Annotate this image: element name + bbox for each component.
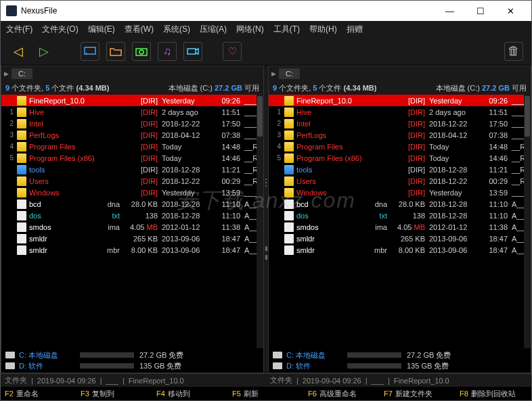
file-row[interactable]: 1 Hive [DIR] 2 days ago 11:51 ___ [1, 106, 263, 118]
menu-help[interactable]: 帮助(H) [309, 24, 337, 35]
path-tab[interactable]: C: [279, 68, 300, 79]
drives-panel: C: 本地磁盘 27.2 GB 免费 D: 软件 135 GB 免费 [269, 348, 531, 373]
file-row[interactable]: 3 PerfLogs [DIR] 2018-04-12 07:38 ___ [1, 129, 263, 141]
fkey-f8[interactable]: F8删除到回收站 [456, 389, 531, 399]
file-row[interactable]: Windows [DIR] Yesterday 13:59 ___ [1, 187, 263, 198]
file-row[interactable]: 3 PerfLogs [DIR] 2018-04-12 07:38 ___ [269, 129, 531, 141]
folder-icon[interactable] [106, 42, 125, 61]
close-button[interactable]: ✕ [495, 1, 526, 21]
file-row[interactable]: 1 Hive [DIR] 2 days ago 11:51 ___ [269, 106, 531, 118]
path-tab[interactable]: C: [12, 68, 32, 79]
path-dropdown-icon[interactable]: ▶ [271, 70, 276, 77]
file-row[interactable]: smdos ima 4.05 MB 2012-01-12 11:38 A___ [1, 221, 263, 233]
path-dropdown-icon[interactable]: ▶ [4, 70, 9, 77]
file-date: 2012-01-12 [162, 223, 213, 231]
menu-view[interactable]: 查看(W) [125, 24, 154, 35]
file-list[interactable]: FineReport_10.0 [DIR] Yesterday 09:26 __… [1, 95, 263, 348]
fkey-f3[interactable]: F3复制到 [76, 389, 152, 399]
file-row[interactable]: 4 Program Files [DIR] Today 14:48 __R_ [1, 141, 263, 152]
maximize-button[interactable]: ☐ [465, 1, 495, 21]
menu-system[interactable]: 系统(S) [163, 24, 190, 35]
fkey-f2[interactable]: F2重命名 [1, 389, 76, 399]
drive-free: 27.2 GB 免费 [407, 350, 451, 360]
desktop-icon[interactable] [81, 42, 99, 61]
file-date: Today [429, 154, 481, 162]
video-icon[interactable] [183, 42, 202, 61]
menu-edit[interactable]: 编辑(E) [88, 24, 115, 35]
file-row[interactable]: Users [DIR] 2018-12-22 00:29 __R_ [1, 175, 263, 187]
file-name: Program Files [296, 143, 371, 151]
file-row[interactable]: Users [DIR] 2018-12-22 00:29 __R_ [269, 175, 531, 187]
file-row[interactable]: bcd dna 28.0 KB 2018-12-28 11:10 A___ [269, 198, 531, 210]
fkey-f4[interactable]: F4移动到 [152, 389, 228, 399]
scrollbar[interactable] [257, 95, 263, 348]
fkey-f7[interactable]: F7新建文件夹 [380, 389, 456, 399]
file-row[interactable]: tools [DIR] 2018-12-28 11:21 __R_ [269, 164, 531, 175]
file-row[interactable]: smdos ima 4.05 MB 2012-01-12 11:38 A___ [269, 221, 531, 233]
fkey-f5[interactable]: F5刷新 [228, 389, 304, 399]
scrollbar[interactable] [524, 95, 531, 348]
drive-row[interactable]: C: 本地磁盘 27.2 GB 免费 [5, 350, 259, 360]
scrollbar-thumb[interactable] [525, 96, 530, 137]
file-row[interactable]: smldr 265 KB 2013-09-06 18:47 A___ [1, 233, 263, 244]
file-row[interactable]: smldr 265 KB 2013-09-06 18:47 A___ [269, 233, 531, 244]
menu-tools[interactable]: 工具(T) [273, 24, 300, 35]
back-button[interactable]: ◁ [9, 42, 28, 61]
drive-icon [273, 352, 282, 358]
file-row[interactable]: 4 Program Files [DIR] Today 14:48 __R_ [269, 141, 531, 152]
file-row[interactable]: FineReport_10.0 [DIR] Yesterday 09:26 __… [1, 95, 263, 106]
minimize-button[interactable]: — [435, 1, 465, 21]
file-row[interactable]: FineReport_10.0 [DIR] Yesterday 09:26 __… [269, 95, 531, 106]
drive-row[interactable]: D: 软件 135 GB 免费 [5, 360, 259, 371]
drive-usage-bar [80, 352, 134, 358]
file-date: Today [162, 154, 213, 162]
menu-donate[interactable]: 捐赠 [347, 24, 363, 35]
file-row[interactable]: dos txt 138 2018-12-28 11:10 A___ [269, 210, 531, 221]
file-row[interactable]: Windows [DIR] Yesterday 13:59 ___ [269, 187, 531, 198]
folder-icon [17, 142, 26, 151]
file-size: [DIR] [391, 166, 429, 174]
file-row[interactable]: bcd dna 28.0 KB 2018-12-28 11:10 A___ [1, 198, 263, 210]
file-row[interactable]: 5 Program Files (x86) [DIR] Today 14:46 … [1, 152, 263, 164]
menu-folder[interactable]: 文件夹(O) [42, 24, 78, 35]
file-row[interactable]: 2 Intel [DIR] 2018-12-22 17:50 ___ [269, 118, 531, 129]
file-row[interactable]: tools [DIR] 2018-12-28 11:21 __R_ [1, 164, 263, 175]
drive-free: 135 GB 免费 [407, 361, 449, 371]
file-time: 09:26 [213, 97, 240, 105]
drive-usage-bar [347, 352, 401, 358]
path-tab-bar: ▶ C: [1, 66, 263, 81]
menu-archive[interactable]: 压缩(A) [200, 24, 227, 35]
file-date: 2 days ago [429, 108, 481, 116]
drive-row[interactable]: D: 软件 135 GB 免费 [273, 360, 527, 371]
file-name: PerfLogs [29, 131, 104, 139]
file-icon [17, 222, 26, 232]
file-name: tools [29, 166, 104, 174]
file-row[interactable]: 2 Intel [DIR] 2018-12-22 17:50 ___ [1, 118, 263, 129]
pane-summary: 9 个文件夹, 5 个文件 (4.34 MB) 本地磁盘 (C:) 27.2 G… [1, 81, 263, 95]
folder-icon [17, 119, 26, 128]
file-row[interactable]: smldr mbr 8.00 KB 2013-09-06 18:47 A___ [1, 244, 263, 256]
file-size: 8.00 KB [124, 246, 162, 254]
fkey-f6[interactable]: F6高级重命名 [304, 389, 380, 399]
file-name: smldr [29, 235, 104, 243]
scrollbar-thumb[interactable] [257, 96, 263, 137]
file-time: 14:46 [213, 154, 240, 162]
file-row[interactable]: 5 Program Files (x86) [DIR] Today 14:46 … [269, 152, 531, 164]
file-row[interactable]: smldr mbr 8.00 KB 2013-09-06 18:47 A___ [269, 244, 531, 256]
file-time: 17:50 [481, 120, 508, 128]
favorite-icon[interactable]: ♡ [223, 42, 242, 61]
drive-row[interactable]: C: 本地磁盘 27.2 GB 免费 [273, 350, 527, 360]
trash-button[interactable]: 🗑 [504, 42, 523, 61]
file-name: dos [29, 212, 104, 220]
file-row[interactable]: dos txt 138 2018-12-28 11:10 A___ [1, 210, 263, 221]
file-list[interactable]: FineReport_10.0 [DIR] Yesterday 09:26 __… [269, 95, 531, 348]
music-icon[interactable]: ♫ [158, 42, 177, 61]
titlebar[interactable]: NexusFile — ☐ ✕ [1, 1, 531, 21]
file-time: 11:38 [213, 223, 240, 231]
camera-icon[interactable] [132, 42, 151, 61]
menu-network[interactable]: 网络(N) [236, 24, 264, 35]
menu-file[interactable]: 文件(F) [6, 24, 32, 35]
file-name: Users [296, 177, 371, 185]
forward-button[interactable]: ▷ [35, 42, 53, 61]
file-name: FineReport_10.0 [296, 97, 371, 105]
